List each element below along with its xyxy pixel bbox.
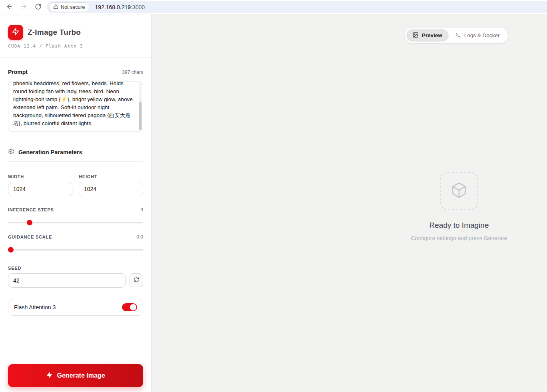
prompt-char-count: 397 chars (122, 70, 143, 75)
height-label: HEIGHT (79, 174, 143, 179)
preview-pane: Preview Logs & Docker Ready to Imagine C… (152, 14, 547, 392)
app-title: Z-Image Turbo (28, 28, 81, 37)
inference-steps-slider-thumb[interactable] (27, 220, 32, 225)
guidance-scale-slider-thumb[interactable] (8, 247, 14, 253)
lightning-bolt-icon (12, 28, 20, 37)
generate-button-label: Generate Image (57, 372, 105, 379)
generation-parameters-heading: Generation Parameters (18, 149, 82, 155)
view-tab-group: Preview Logs & Docker (405, 28, 508, 43)
gear-icon (8, 148, 14, 156)
inference-steps-label: INFERENCE STEPS (8, 207, 54, 212)
sidebar-footer: Generate Image (0, 353, 151, 392)
empty-state-title: Ready to Imagine (395, 221, 523, 230)
tab-logs-docker[interactable]: Logs & Docker (449, 29, 506, 42)
tab-logs-docker-label: Logs & Docker (464, 32, 500, 38)
terminal-icon (455, 32, 461, 39)
address-bar[interactable]: Not secure 192.168.0.219:3000 (47, 1, 547, 13)
prompt-label: Prompt (8, 69, 28, 75)
width-label: WIDTH (8, 174, 72, 179)
flash-attention-card: Flash Attention 3 (8, 299, 143, 316)
guidance-scale-slider[interactable] (8, 249, 143, 251)
app-subtitle: CUDA 12.4 / Flash Attn 3 (8, 44, 143, 49)
warning-triangle-icon (53, 4, 58, 10)
width-input[interactable] (8, 182, 72, 196)
settings-sidebar: Z-Image Turbo CUDA 12.4 / Flash Attn 3 P… (0, 14, 152, 392)
empty-state-subtitle: Configure settings and press Generate (395, 235, 523, 241)
lightning-bolt-icon (46, 372, 53, 380)
height-input[interactable] (79, 182, 143, 196)
refresh-icon (134, 277, 139, 284)
reload-icon (35, 3, 42, 11)
app-logo (8, 25, 23, 40)
inference-steps-slider[interactable] (8, 222, 143, 223)
flash-attention-label: Flash Attention 3 (14, 304, 56, 310)
prompt-scrollbar-thumb[interactable] (139, 101, 142, 130)
security-badge[interactable]: Not secure (49, 2, 90, 12)
prompt-scrollbar[interactable] (139, 82, 142, 131)
arrow-right-icon (20, 3, 27, 11)
browser-toolbar: Not secure 192.168.0.219:3000 (0, 0, 547, 14)
arrow-left-icon (6, 3, 13, 11)
sidebar-header: Z-Image Turbo CUDA 12.4 / Flash Attn 3 (0, 14, 151, 58)
flash-attention-toggle[interactable] (122, 303, 137, 311)
browser-back-button[interactable] (4, 2, 14, 12)
seed-input[interactable] (8, 273, 126, 288)
guidance-scale-label: GUIDANCE SCALE (8, 235, 52, 239)
guidance-scale-value: 0.0 (136, 234, 143, 240)
security-badge-label: Not secure (61, 4, 85, 10)
section-divider (8, 161, 143, 162)
browser-forward-button[interactable] (18, 2, 29, 12)
seed-label: SEED (8, 266, 143, 271)
prompt-text: phoenix headdress, red flowers, beads. H… (13, 81, 136, 127)
generate-image-button[interactable]: Generate Image (8, 364, 143, 387)
browser-reload-button[interactable] (33, 2, 43, 12)
empty-state: Ready to Imagine Configure settings and … (395, 172, 523, 241)
inference-steps-value: 9 (140, 207, 143, 213)
randomize-seed-button[interactable] (130, 273, 143, 287)
tab-preview-label: Preview (422, 32, 442, 38)
prompt-textarea[interactable]: phoenix headdress, red flowers, beads. H… (8, 81, 143, 132)
cube-icon (451, 182, 467, 200)
tab-preview[interactable]: Preview (406, 29, 449, 42)
toggle-knob (130, 304, 136, 310)
image-icon (413, 32, 419, 39)
url-text: 192.168.0.219:3000 (95, 4, 145, 10)
placeholder-frame (440, 172, 478, 210)
